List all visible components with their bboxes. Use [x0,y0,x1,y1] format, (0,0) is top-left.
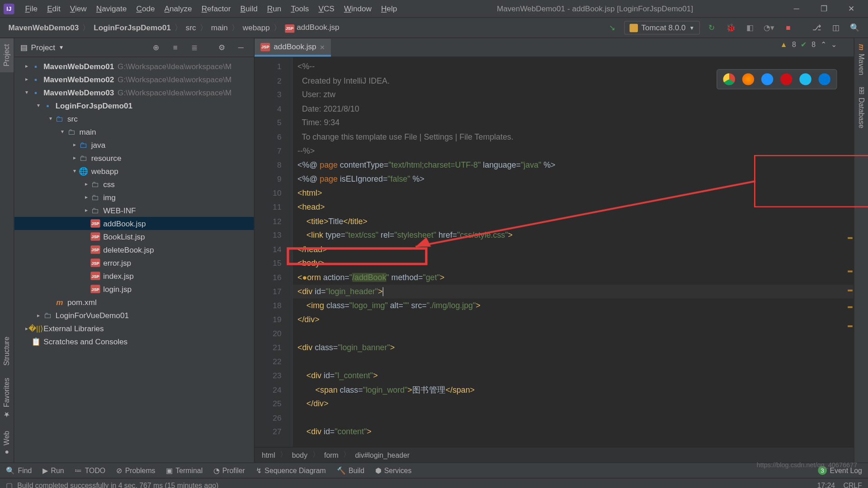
crumb-2[interactable]: src [184,23,198,32]
profile-icon[interactable]: ◔▾ [762,20,776,35]
chrome-icon[interactable] [723,73,735,85]
build-hammer-icon[interactable]: ↘ [605,20,619,35]
update-icon[interactable]: ↻ [705,20,719,35]
menu-file[interactable]: File [20,2,42,15]
expand-all-icon[interactable]: ≡ [168,40,183,55]
build-tool[interactable]: 🔨 Build [337,466,365,474]
status-time: 17:24 [817,481,835,488]
line-gutter[interactable]: 1234567891011121314151617181920212223242… [255,57,292,447]
git-icon[interactable]: ⎇ [810,20,824,35]
menu-tools[interactable]: Tools [286,2,314,15]
ed-crumb-3[interactable]: div#login_header [355,451,410,459]
todo-tool[interactable]: ≔ TODO [75,466,105,474]
close-button[interactable]: ✕ [843,3,860,14]
tree-row[interactable]: JSPerror.jsp [14,256,254,269]
ed-crumb-0[interactable]: html [262,451,275,459]
tab-database[interactable]: 🗄 Database [854,81,868,134]
tree-row[interactable]: ▸🗀WEB-INF [14,204,254,217]
chevron-down-icon[interactable]: ⌄ [831,41,837,49]
tree-row[interactable]: 📋Scratches and Consoles [14,335,254,348]
tree-row[interactable]: JSPBookList.jsp [14,230,254,243]
editor-breadcrumb[interactable]: html〉body〉form〉div#login_header [255,447,854,462]
project-tree[interactable]: ▸▪MavenWebDemo01G:\Workspace\Idea\worksp… [14,57,254,463]
tree-row[interactable]: JSPlogin.jsp [14,282,254,296]
crumb-0[interactable]: MavenWebDemo03 [6,23,81,32]
ed-crumb-2[interactable]: form [324,451,339,459]
collapse-all-icon[interactable]: ≣ [187,40,202,55]
panel-icon[interactable]: ◫ [829,20,843,35]
menu-help[interactable]: Help [376,2,401,15]
tree-row[interactable]: ▸�||⟩External Libraries [14,322,254,335]
coverage-icon[interactable]: ◧ [743,20,757,35]
menu-code[interactable]: Code [132,2,160,15]
tab-addbook[interactable]: JSP addBook.jsp × [255,39,330,57]
tree-row[interactable]: ▸🗀resource [14,151,254,164]
search-everywhere-icon[interactable]: 🔍 [848,20,862,35]
tab-favorites[interactable]: ★ Favorites [0,372,14,425]
tree-row[interactable]: ▾▪MavenWebDemo03G:\Workspace\Idea\worksp… [14,86,254,99]
minimize-button[interactable]: ─ [788,3,805,14]
tree-row[interactable]: ▸🗀css [14,178,254,191]
run-tool[interactable]: ▶ Run [42,466,64,474]
menu-navigate[interactable]: Navigate [91,2,132,15]
titlebar: IJ FileEditViewNavigateCodeAnalyzeRefact… [0,0,868,18]
firefox-icon[interactable] [742,73,754,85]
menu-refactor[interactable]: Refactor [197,2,236,15]
tree-row[interactable]: ▾🗀main [14,125,254,138]
menu-vcs[interactable]: VCS [314,2,339,15]
tab-web[interactable]: ● Web [0,425,14,463]
find-tool[interactable]: 🔍 Find [6,466,32,474]
tree-row[interactable]: ▸🗀LoginForVueDemo01 [14,309,254,322]
maximize-button[interactable]: ❐ [816,3,832,14]
watermark-text: https://blog.csdn.net/qq_40676677 [757,461,858,469]
tab-structure[interactable]: Structure [0,331,14,372]
hide-icon[interactable]: ─ [234,40,248,55]
terminal-tool[interactable]: ▣ Terminal [166,466,203,474]
menu-run[interactable]: Run [262,2,286,15]
opera-icon[interactable] [780,73,792,85]
sequence-tool[interactable]: ↯ Sequence Diagram [256,466,326,474]
tree-row[interactable]: ▸▪MavenWebDemo01G:\Workspace\Idea\worksp… [14,60,254,73]
crumb-4[interactable]: webapp [241,23,273,32]
tree-row[interactable]: JSPdeleteBook.jsp [14,243,254,256]
tomcat-icon [629,23,637,32]
tree-row[interactable]: ▸🗀img [14,191,254,204]
profiler-tool[interactable]: ◔ Profiler [213,466,245,474]
tree-row[interactable]: ▸▪MavenWebDemo02G:\Workspace\Idea\worksp… [14,73,254,86]
close-icon[interactable]: × [320,42,325,52]
tree-row[interactable]: ▾🌐webapp [14,164,254,178]
stop-icon[interactable]: ■ [781,20,795,35]
panel-title[interactable]: ▤ Project ▼ [20,43,64,52]
problems-tool[interactable]: ⊘ Problems [116,466,156,474]
run-config-selector[interactable]: Tomcat 8.0.0 ▼ [624,21,700,34]
panel-toggle-icon[interactable]: ▢ [6,481,13,488]
code-editor[interactable]: <%-- Created by IntelliJ IDEA. User: ztw… [292,57,854,447]
line-ending[interactable]: CRLF [844,481,862,488]
tree-row[interactable]: JSPindex.jsp [14,269,254,282]
tree-row[interactable]: ▸🗀java [14,138,254,151]
inspection-widget[interactable]: ▲8 ✔8 ⌃ ⌄ [780,41,837,49]
menu-build[interactable]: Build [236,2,262,15]
edge-icon[interactable] [819,73,830,85]
debug-icon[interactable]: 🐞 [724,20,738,35]
tree-row[interactable]: JSPaddBook.jsp [14,217,254,230]
safari-icon[interactable] [761,73,773,85]
select-opened-icon[interactable]: ⊕ [149,40,164,55]
menu-edit[interactable]: Edit [42,2,66,15]
gear-icon[interactable]: ⚙ [215,40,229,55]
services-tool[interactable]: ⬢ Services [375,466,411,474]
crumb-3[interactable]: main [208,23,230,32]
ie-icon[interactable] [799,73,811,85]
ed-crumb-1[interactable]: body [292,451,307,459]
menu-analyze[interactable]: Analyze [160,2,197,15]
tree-row[interactable]: mpom.xml [14,296,254,309]
crumb-5[interactable]: JSPaddBook.jsp [283,23,342,33]
menu-view[interactable]: View [65,2,91,15]
tree-row[interactable]: ▾🗀src [14,112,254,125]
tree-row[interactable]: ▾▪LoginForJspDemo01 [14,99,254,112]
tab-maven[interactable]: m Maven [854,38,868,81]
tab-project[interactable]: Project [0,38,14,72]
crumb-1[interactable]: LoginForJspDemo01 [91,23,173,32]
chevron-up-icon[interactable]: ⌃ [821,41,826,49]
menu-window[interactable]: Window [339,2,376,15]
